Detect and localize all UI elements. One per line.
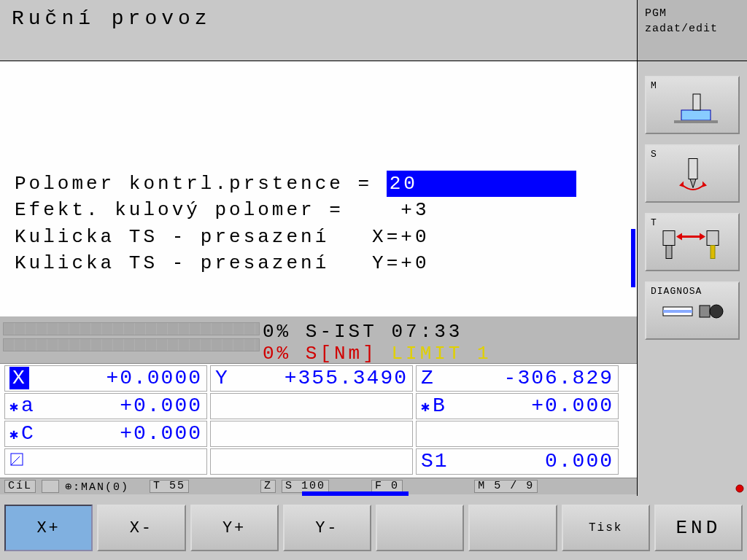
scroll-indicator[interactable] xyxy=(631,229,635,287)
svg-rect-11 xyxy=(707,230,719,245)
coord-Y: Y+355.3490 xyxy=(210,365,413,392)
coord-a: ✱a+0.000 xyxy=(4,393,207,419)
param-value[interactable]: +0 xyxy=(400,224,429,250)
param-line-3: Kulicka TS - presazení Y=+0 xyxy=(15,250,622,276)
pgm-mode[interactable]: PGM zadat/edit xyxy=(638,0,747,61)
svg-marker-6 xyxy=(690,179,696,187)
side-softkey-T[interactable]: T xyxy=(645,213,740,271)
coord-cell xyxy=(210,393,413,419)
param-value[interactable]: +3 xyxy=(400,197,429,223)
softkey-Tisk[interactable]: Tisk xyxy=(562,505,650,551)
corner-icon xyxy=(735,484,744,493)
softkey-X+[interactable]: X+ xyxy=(4,505,93,551)
bs-cil: CíL xyxy=(4,480,36,493)
side-softkey-DIAGNOSA[interactable]: DIAGNOSA xyxy=(645,281,740,340)
param-value[interactable]: +0 xyxy=(400,250,429,276)
bs-blank xyxy=(42,480,59,493)
status-panel: 0% S-IST 07:33 0% S[Nm] LIMIT 1 xyxy=(0,316,637,363)
pgm-label: PGM xyxy=(645,6,740,21)
param-line-1: Efekt. kulový polomer = +3 xyxy=(15,197,622,223)
position-display: X+0.0000Y+355.3490Z-306.829✱a+0.000✱B+0.… xyxy=(0,363,637,478)
bs-man: ⊕:MAN(0) xyxy=(65,480,129,494)
param-label: Polomer kontrl.prstence = xyxy=(15,171,387,197)
coord-C: ✱C+0.000 xyxy=(4,421,207,447)
side-softkey-S[interactable]: S xyxy=(645,144,740,203)
softkey-END[interactable]: END xyxy=(654,505,743,551)
coord-cell xyxy=(210,448,413,475)
bottom-status-bar: CíL ⊕:MAN(0) T 55 Z S 100 F 0 M 5 / 9 xyxy=(0,478,637,494)
svg-point-20 xyxy=(736,485,743,492)
param-line-2: Kulicka TS - presazení X=+0 xyxy=(15,224,622,250)
tool-icon xyxy=(656,223,729,266)
svg-point-19 xyxy=(710,305,723,318)
softkey-label: S xyxy=(651,149,657,160)
bs-m: M 5 / 9 xyxy=(474,480,538,493)
side-softkey-M[interactable]: M xyxy=(645,76,740,134)
svg-marker-15 xyxy=(700,233,705,240)
svg-rect-3 xyxy=(693,94,700,110)
parameter-panel: Polomer kontrl.prstence = 20Efekt. kulov… xyxy=(0,61,637,316)
softkey-label: DIAGNOSA xyxy=(651,286,702,297)
svg-rect-9 xyxy=(663,230,675,245)
svg-rect-2 xyxy=(681,110,711,120)
mode-title: Ruční provoz xyxy=(0,0,638,61)
vertical-softkeys: MSTDIAGNOSA xyxy=(638,61,747,496)
coord-cell xyxy=(210,421,413,447)
param-line-0: Polomer kontrl.prstence = 20 xyxy=(15,171,622,197)
svg-rect-18 xyxy=(700,306,710,317)
geometry-icon xyxy=(9,452,24,467)
coord-cell xyxy=(4,448,207,475)
progress-bar xyxy=(302,491,409,496)
coord-Z: Z-306.829 xyxy=(416,365,619,392)
diag-icon xyxy=(659,301,725,326)
bs-z: Z xyxy=(260,480,276,493)
param-label: Kulicka TS - presazení X= xyxy=(15,224,400,250)
svg-marker-7 xyxy=(679,181,684,187)
coord-X: X+0.0000 xyxy=(4,365,207,392)
softkey-empty-4[interactable] xyxy=(376,505,464,551)
param-label: Kulicka TS - presazení Y= xyxy=(15,250,400,276)
svg-rect-12 xyxy=(711,245,715,258)
param-value[interactable]: 20 xyxy=(387,171,576,197)
svg-marker-14 xyxy=(676,233,682,240)
svg-marker-8 xyxy=(703,181,707,187)
softkey-empty-5[interactable] xyxy=(468,505,557,551)
coord-S1: S10.000 xyxy=(416,448,619,475)
svg-line-1 xyxy=(11,456,20,465)
coord-cell xyxy=(416,421,619,447)
machine-icon xyxy=(667,88,718,128)
bs-t: T 55 xyxy=(150,480,189,493)
load-bars xyxy=(0,319,263,360)
softkey-X-[interactable]: X- xyxy=(97,505,185,551)
status-snm: 0% S[Nm] LIMIT 1 xyxy=(263,343,637,365)
softkey-Y-[interactable]: Y- xyxy=(283,505,371,551)
svg-rect-5 xyxy=(689,158,697,179)
horizontal-softkeys: X+X-Y+Y-TiskEND xyxy=(0,496,747,560)
pgm-sublabel: zadat/edit xyxy=(645,21,740,36)
svg-rect-4 xyxy=(674,120,718,123)
param-label: Efekt. kulový polomer = xyxy=(15,197,400,223)
spindle-icon xyxy=(670,155,714,198)
coord-B: ✱B+0.000 xyxy=(416,393,619,419)
status-sist: 0% S-IST 07:33 xyxy=(263,321,637,343)
softkey-label: M xyxy=(651,80,657,91)
svg-rect-10 xyxy=(666,245,672,258)
softkey-Y+[interactable]: Y+ xyxy=(190,505,279,551)
